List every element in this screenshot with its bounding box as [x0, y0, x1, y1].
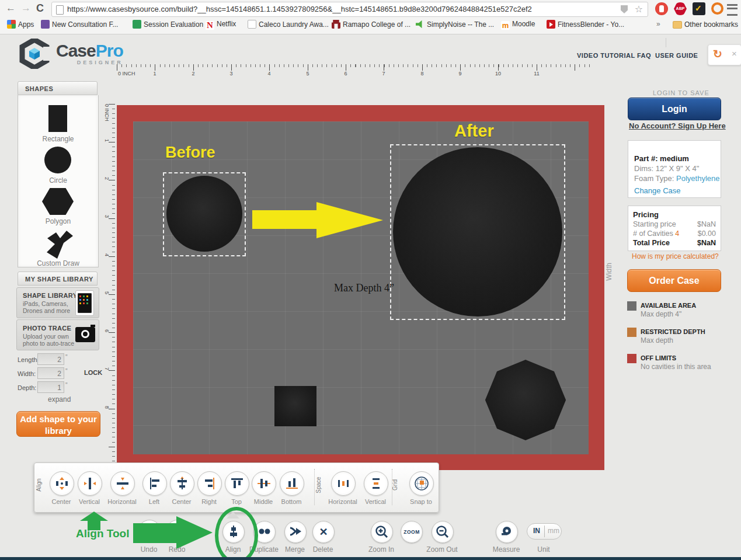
add-shape-button[interactable]: Add shape to your library	[16, 411, 100, 437]
checkmark-extension-icon[interactable]	[693, 2, 705, 15]
case-off-limits-border: Before After Max Depth 4”	[117, 105, 604, 470]
starting-price-value: $NaN	[697, 220, 716, 228]
custom-draw-shape-tool[interactable]	[44, 230, 73, 259]
space-horizontal-button[interactable]	[331, 471, 356, 496]
login-button[interactable]: Login	[628, 98, 721, 120]
url-text[interactable]: https://www.casesbysource.com/build?__hs…	[67, 5, 628, 13]
bookmark-apps[interactable]: Apps	[7, 20, 34, 30]
align-options-panel: Align Center Vertical Horizontal Left Ce…	[34, 462, 439, 513]
align-horizontal-button[interactable]	[110, 471, 135, 496]
url-bar[interactable]: https://www.casesbysource.com/build?__hs…	[51, 2, 648, 17]
adblock-extension-icon[interactable]: ABP	[674, 2, 687, 15]
my-shape-library-header[interactable]: MY SHAPE LIBRARY	[18, 272, 98, 286]
refresh-icon[interactable]: ↻	[713, 47, 722, 61]
align-middle-icon	[256, 476, 272, 491]
browser-reload-icon[interactable]: C	[36, 2, 44, 15]
price-calculated-link[interactable]: How is my price calculated?	[632, 252, 719, 260]
yellow-arrow-shaft	[252, 210, 318, 229]
signup-link[interactable]: No Account? Sign Up Here	[629, 121, 726, 130]
align-highlight-ring	[215, 507, 258, 560]
bookmark-new-consultation[interactable]: New Consultation F...	[41, 20, 118, 30]
circle-shape-tool[interactable]	[44, 147, 71, 173]
shape-library-button[interactable]: SHAPE LIBRARY iPads, Cameras, Drones and…	[16, 287, 99, 318]
cavities-value: $0.00	[698, 229, 716, 238]
cavity-circle-large[interactable]	[393, 147, 562, 316]
bookmark-moodle[interactable]: mMoodle	[501, 20, 535, 30]
bookmark-star-icon[interactable]: ☆	[635, 4, 643, 15]
lock-toggle[interactable]: LOCK	[84, 369, 102, 376]
stop-hand-extension-icon[interactable]	[655, 2, 668, 15]
browser-forward-icon[interactable]: →	[21, 2, 31, 14]
depth-input[interactable]: 1	[37, 381, 64, 393]
unit-in-option[interactable]: IN	[533, 527, 540, 535]
zoom-in-button[interactable]	[371, 521, 393, 543]
rectangle-shape-tool[interactable]	[48, 105, 67, 132]
green-right-arrow-shaft	[133, 523, 178, 543]
bookmark-netflix[interactable]: NNetflix	[206, 20, 236, 30]
width-input[interactable]: 2	[37, 367, 64, 379]
part-number: Part #: medium	[634, 154, 689, 163]
bookmarks-bar: Apps New Consultation F... Session Evalu…	[0, 18, 741, 33]
align-center-button[interactable]	[170, 471, 194, 496]
align-top-icon	[229, 476, 245, 491]
bookmarks-overflow-chevron[interactable]: »	[656, 20, 660, 30]
part-dims: Dims: 12" X 9" X 4"	[634, 164, 699, 173]
selection-box-large-circle[interactable]	[390, 144, 565, 320]
shapes-panel-body: Rectangle Circle Polygon Custom Draw	[18, 95, 99, 267]
cavity-square[interactable]	[274, 386, 316, 426]
measure-button[interactable]	[496, 521, 518, 543]
foam-type-row: Foam Type: Polyethylene	[634, 174, 719, 183]
align-right-icon	[202, 476, 217, 491]
snap-to-grid-button[interactable]	[409, 471, 434, 496]
align-middle-button[interactable]	[252, 471, 276, 496]
bookmark-fitnessblender[interactable]: FitnessBlender - Yo...	[547, 20, 624, 30]
bookmark-ramapo[interactable]: Ramapo College of ...	[332, 20, 410, 30]
close-icon[interactable]: ×	[732, 48, 737, 58]
align-vertical-button[interactable]	[78, 471, 102, 496]
polygon-shape-tool[interactable]	[42, 188, 74, 215]
change-case-link[interactable]: Change Case	[634, 186, 681, 195]
bookmark-session-evaluation[interactable]: Session Evaluation	[133, 20, 203, 30]
orange-ring-extension-icon[interactable]	[711, 2, 723, 15]
other-bookmarks-folder[interactable]: Other bookmarks	[673, 20, 738, 30]
faq-link[interactable]: FAQ	[637, 52, 651, 59]
cavities-count: 4	[675, 229, 679, 238]
starting-price-label: Starting price	[633, 220, 676, 228]
foam-canvas[interactable]: Before After Max Depth 4”	[133, 121, 589, 454]
delete-button[interactable]: ✕	[312, 521, 335, 543]
length-input[interactable]: 2	[37, 353, 64, 365]
browser-toolbar: ← → C https://www.casesbysource.com/buil…	[0, 0, 741, 34]
browser-menu-icon[interactable]	[727, 4, 737, 16]
cavity-polygon[interactable]	[483, 358, 568, 442]
align-top-button[interactable]	[225, 471, 249, 496]
youtube-icon	[547, 20, 555, 29]
horizontal-ruler: 0 INCH 1 2 3 4 5 6 7 8 9 10 11	[117, 64, 591, 78]
width-field-label: Width:	[18, 370, 36, 377]
merge-icon	[288, 525, 302, 539]
part-info-card: Part #: medium Dims: 12" X 9" X 4" Foam …	[628, 140, 721, 198]
order-case-button[interactable]: Order Case	[627, 269, 721, 292]
cavity-circle-small[interactable]	[166, 176, 242, 252]
delete-x-icon: ✕	[313, 526, 334, 538]
zoom-out-button[interactable]	[432, 521, 454, 543]
shapes-panel-header: SHAPES	[18, 81, 98, 95]
align-right-button[interactable]	[197, 471, 222, 496]
user-guide-link[interactable]: USER GUIDE	[655, 52, 698, 59]
align-bottom-button[interactable]	[280, 471, 304, 496]
browser-back-icon[interactable]: ←	[6, 2, 16, 14]
video-tutorial-link[interactable]: VIDEO TUTORIAL	[577, 52, 635, 59]
apps-grid-icon	[7, 20, 16, 29]
expand-link[interactable]: expand	[48, 395, 71, 404]
align-center-both-button[interactable]	[50, 471, 74, 496]
bookmark-simplynoise[interactable]: SimplyNoise -- The ...	[416, 20, 494, 30]
zoom-level-badge[interactable]: ZOOM	[401, 521, 423, 543]
unit-toggle[interactable]: IN mm	[527, 523, 562, 540]
align-bottom-icon	[284, 476, 300, 491]
photo-trace-button[interactable]: PHOTO TRACE Upload your own photo to aut…	[16, 319, 99, 350]
align-left-button[interactable]	[142, 471, 167, 496]
selection-box-small-circle[interactable]	[163, 172, 246, 256]
unit-mm-option[interactable]: mm	[548, 527, 559, 535]
space-vertical-button[interactable]	[364, 471, 388, 496]
merge-button[interactable]	[284, 521, 307, 543]
bookmark-caleco[interactable]: Caleco Laundry Awa...	[248, 20, 329, 30]
